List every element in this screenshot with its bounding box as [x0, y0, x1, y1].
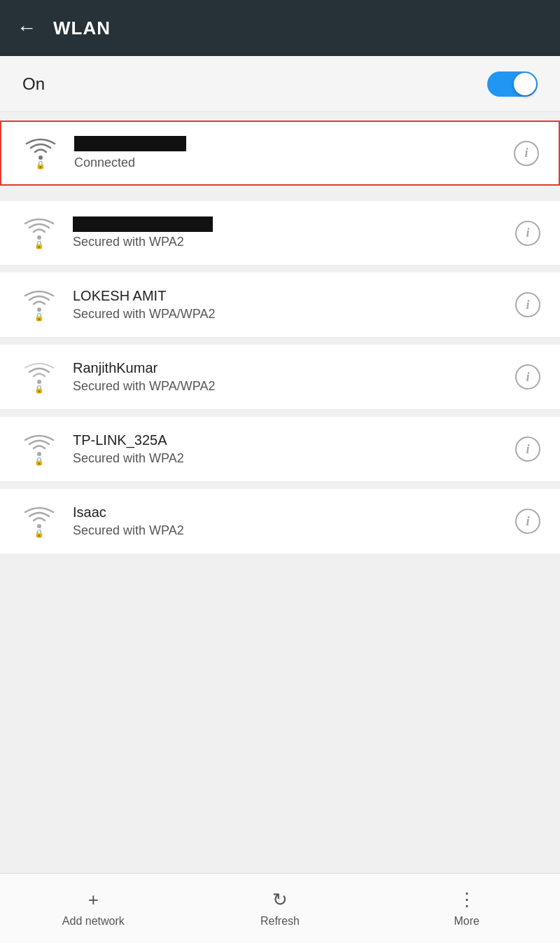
network-info-4: TP-LINK_325A Secured with WPA2: [73, 432, 501, 466]
svg-point-2: [37, 308, 41, 312]
refresh-label: Refresh: [260, 915, 300, 928]
network-item-ranjith[interactable]: 🔒 RanjithKumar Secured with WPA/WPA2 i: [0, 345, 560, 410]
network-security-2: Secured with WPA/WPA2: [73, 307, 215, 321]
more-button[interactable]: ⋮ More: [411, 881, 523, 936]
network-info-button-4[interactable]: i: [515, 436, 540, 462]
svg-point-5: [37, 524, 41, 528]
wifi-signal-icon-1: 🔒: [20, 216, 59, 249]
network-name-5: Isaac: [73, 504, 501, 521]
network-info-5: Isaac Secured with WPA2: [73, 504, 501, 538]
wifi-lock-icon-3: 🔒: [34, 385, 44, 394]
wifi-lock-icon-5: 🔒: [34, 529, 44, 538]
network-security-1: Secured with WPA2: [73, 235, 184, 249]
wifi-signal-icon-5: 🔒: [20, 505, 59, 538]
wifi-arcs-4: [24, 433, 55, 458]
network-info-button-2[interactable]: i: [515, 292, 540, 317]
network-item[interactable]: 🔒 Secured with WPA2 i: [0, 201, 560, 266]
network-item-tplink[interactable]: 🔒 TP-LINK_325A Secured with WPA2 i: [0, 417, 560, 482]
back-button[interactable]: ←: [17, 17, 36, 39]
add-network-button[interactable]: + Add network: [37, 881, 149, 936]
network-info-button-1[interactable]: i: [515, 221, 540, 246]
wifi-arcs-connected: [25, 137, 56, 162]
svg-point-0: [38, 156, 43, 160]
toggle-knob: [514, 73, 536, 95]
header: ← WLAN: [0, 0, 560, 56]
refresh-icon: ↻: [272, 889, 288, 911]
network-info-2: LOKESH AMIT Secured with WPA/WPA2: [73, 288, 501, 322]
network-name-redacted-1: [73, 216, 213, 232]
add-network-icon: +: [88, 889, 99, 911]
network-item-isaac[interactable]: 🔒 Isaac Secured with WPA2 i: [0, 489, 560, 553]
add-network-label: Add network: [62, 915, 125, 928]
wifi-arcs-1: [24, 216, 55, 242]
connected-network-item[interactable]: 🔒 Connected i: [0, 121, 560, 186]
network-security-4: Secured with WPA2: [73, 451, 184, 465]
wifi-signal-icon-3: 🔒: [20, 361, 59, 394]
wifi-lock-icon-2: 🔒: [34, 312, 44, 322]
network-security-5: Secured with WPA2: [73, 523, 184, 537]
network-info-3: RanjithKumar Secured with WPA/WPA2: [73, 360, 501, 394]
wifi-arcs-2: [24, 289, 55, 314]
wlan-toggle[interactable]: [487, 71, 538, 97]
refresh-button[interactable]: ↻ Refresh: [224, 881, 336, 936]
wlan-on-label: On: [22, 74, 45, 94]
connected-network-status: Connected: [74, 156, 135, 170]
network-list: 🔒 Secured with WPA2 i 🔒 LOKESH AMIT Secu…: [0, 194, 560, 553]
connected-network-info-button[interactable]: i: [514, 141, 539, 166]
network-info-button-3[interactable]: i: [515, 364, 540, 390]
network-info-1: Secured with WPA2: [73, 216, 501, 249]
network-name-2: LOKESH AMIT: [73, 288, 501, 304]
svg-point-4: [37, 452, 41, 456]
wifi-lock-icon-connected: 🔒: [36, 160, 46, 170]
network-name-4: TP-LINK_325A: [73, 432, 501, 448]
wifi-lock-icon-4: 🔒: [34, 457, 44, 466]
svg-point-1: [37, 235, 41, 240]
network-item-lokesh[interactable]: 🔒 LOKESH AMIT Secured with WPA/WPA2 i: [0, 273, 560, 338]
bottom-toolbar: + Add network ↻ Refresh ⋮ More: [0, 873, 560, 943]
connected-network-name-redacted: [74, 136, 186, 151]
wifi-lock-icon-1: 🔒: [34, 240, 44, 249]
wifi-signal-icon-4: 🔒: [20, 433, 59, 466]
wifi-signal-icon-2: 🔒: [20, 289, 59, 322]
svg-point-3: [37, 380, 41, 384]
more-icon: ⋮: [458, 889, 476, 911]
wifi-arcs-3: [24, 361, 55, 386]
connected-network-info: Connected: [74, 136, 500, 170]
network-info-button-5[interactable]: i: [515, 509, 540, 534]
network-security-3: Secured with WPA/WPA2: [73, 379, 215, 393]
page-title: WLAN: [53, 18, 111, 39]
wifi-arcs-5: [24, 505, 55, 530]
more-label: More: [454, 915, 479, 928]
wifi-signal-icon-connected: 🔒: [21, 137, 60, 170]
wlan-toggle-row: On: [0, 56, 560, 112]
network-name-3: RanjithKumar: [73, 360, 501, 376]
